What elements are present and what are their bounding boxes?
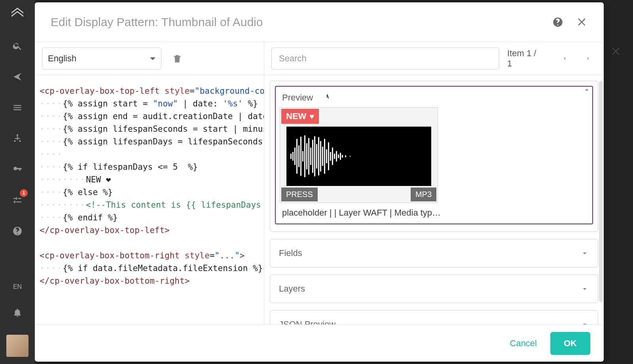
svg-rect-12 bbox=[314, 136, 315, 176]
json-preview-section-title: JSON Preview bbox=[279, 319, 335, 324]
chevron-down-icon bbox=[580, 249, 589, 258]
preview-section-title: Preview bbox=[282, 93, 313, 103]
share-icon[interactable] bbox=[9, 68, 26, 85]
app-logo-icon bbox=[9, 6, 25, 24]
waveform-image bbox=[286, 127, 431, 186]
svg-rect-20 bbox=[330, 152, 331, 161]
svg-rect-25 bbox=[340, 153, 341, 160]
press-tag: PRESS bbox=[281, 188, 318, 201]
svg-rect-26 bbox=[342, 155, 343, 158]
svg-rect-11 bbox=[312, 140, 313, 173]
layers-section[interactable]: Layers bbox=[270, 275, 598, 303]
cancel-button[interactable]: Cancel bbox=[510, 338, 537, 349]
modal-footer: Cancel OK bbox=[35, 324, 604, 362]
svg-rect-21 bbox=[332, 148, 333, 165]
svg-rect-7 bbox=[304, 135, 305, 177]
modal-title: Edit Display Pattern: Thumbnail of Audio bbox=[51, 15, 542, 29]
key-icon[interactable] bbox=[9, 161, 26, 178]
language-indicator[interactable]: EN bbox=[13, 283, 22, 290]
svg-rect-27 bbox=[345, 155, 346, 157]
svg-rect-22 bbox=[334, 154, 335, 159]
toolbar-left: English bbox=[35, 42, 264, 75]
close-button[interactable] bbox=[574, 13, 591, 31]
svg-rect-1 bbox=[292, 152, 294, 161]
edit-display-pattern-modal: Edit Display Pattern: Thumbnail of Audio… bbox=[35, 2, 604, 362]
language-select-value: English bbox=[48, 53, 76, 64]
svg-rect-5 bbox=[300, 137, 301, 176]
svg-rect-28 bbox=[350, 156, 351, 157]
heart-icon: ♥ bbox=[309, 112, 314, 121]
modal-toolbar: English Item 1 / 1 bbox=[35, 42, 604, 75]
svg-rect-18 bbox=[326, 149, 327, 163]
preview-section: Preview NEW ♥ bbox=[270, 81, 598, 232]
preview-box: Preview NEW ♥ bbox=[275, 86, 593, 224]
chevron-down-icon bbox=[580, 284, 589, 293]
user-avatar[interactable] bbox=[6, 335, 28, 357]
chevron-down-icon bbox=[150, 57, 155, 63]
notification-badge: 1 bbox=[20, 189, 28, 197]
thumbnail-preview: NEW ♥ bbox=[280, 107, 438, 203]
language-select[interactable]: English bbox=[42, 47, 161, 70]
fields-section[interactable]: Fields bbox=[270, 239, 598, 267]
svg-rect-15 bbox=[320, 141, 321, 172]
svg-rect-4 bbox=[298, 146, 299, 167]
item-counter: Item 1 / 1 bbox=[507, 48, 542, 69]
preview-pane: Preview NEW ♥ bbox=[264, 75, 604, 324]
ok-button[interactable]: OK bbox=[550, 332, 590, 355]
svg-rect-14 bbox=[318, 137, 319, 176]
svg-rect-23 bbox=[336, 151, 337, 161]
delete-button[interactable] bbox=[169, 50, 186, 67]
svg-rect-8 bbox=[306, 143, 307, 169]
next-item-button[interactable] bbox=[580, 50, 597, 67]
format-tag: MP3 bbox=[411, 188, 436, 201]
svg-rect-9 bbox=[308, 138, 309, 174]
search-input[interactable] bbox=[271, 47, 499, 70]
settings-sliders-icon[interactable]: 1 bbox=[9, 191, 26, 209]
search-icon[interactable] bbox=[9, 37, 26, 55]
thumbnail-caption: placeholder | | Layer WAFT | Media typ… bbox=[282, 208, 586, 218]
scrollbar[interactable] bbox=[599, 81, 603, 302]
toolbar-right: Item 1 / 1 bbox=[264, 42, 604, 75]
layers-section-title: Layers bbox=[279, 284, 305, 294]
prev-item-button[interactable] bbox=[556, 50, 573, 67]
help-icon[interactable] bbox=[9, 222, 26, 240]
hierarchy-icon[interactable] bbox=[9, 130, 26, 147]
svg-rect-6 bbox=[302, 151, 303, 161]
cursor-icon bbox=[324, 92, 331, 103]
svg-rect-24 bbox=[338, 155, 339, 158]
svg-rect-10 bbox=[310, 148, 311, 165]
svg-rect-13 bbox=[316, 144, 317, 169]
chevron-down-icon bbox=[580, 320, 589, 324]
modal-header: Edit Display Pattern: Thumbnail of Audio bbox=[35, 2, 604, 42]
json-preview-section[interactable]: JSON Preview bbox=[270, 310, 598, 324]
chevron-up-icon[interactable] bbox=[582, 85, 591, 94]
svg-rect-2 bbox=[294, 148, 296, 165]
help-button[interactable] bbox=[549, 13, 567, 31]
menu-icon[interactable] bbox=[9, 99, 26, 116]
svg-rect-17 bbox=[324, 139, 325, 174]
new-badge: NEW ♥ bbox=[281, 109, 319, 124]
svg-rect-3 bbox=[296, 139, 298, 174]
code-editor[interactable]: <cp-overlay-box-top-left style="backgrou… bbox=[35, 75, 264, 324]
modal-body: <cp-overlay-box-top-left style="backgrou… bbox=[35, 75, 604, 324]
svg-rect-0 bbox=[290, 154, 292, 159]
bell-icon[interactable] bbox=[9, 304, 26, 321]
fields-section-title: Fields bbox=[279, 248, 302, 258]
svg-rect-19 bbox=[328, 142, 329, 170]
svg-rect-16 bbox=[322, 147, 323, 166]
app-sidebar: 1 EN bbox=[0, 0, 35, 364]
